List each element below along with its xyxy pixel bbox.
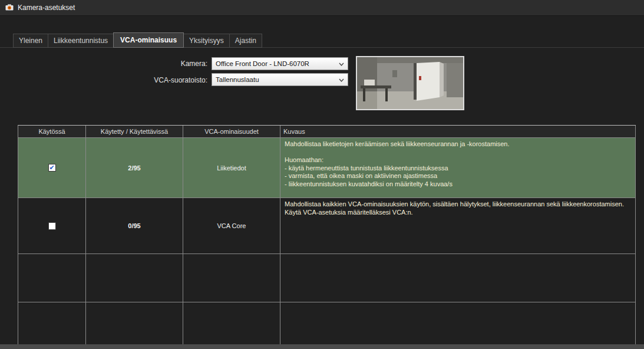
- header-kaytossa: Käytössä: [18, 126, 86, 138]
- header-vca-ominaisuudet: VCA-ominaisuudet: [183, 126, 280, 138]
- tab-ajastin[interactable]: Ajastin: [229, 34, 262, 48]
- liiketiedot-checkbox[interactable]: [48, 164, 56, 172]
- enabled-cell: [18, 198, 86, 254]
- camera-settings-icon: [5, 4, 14, 12]
- table-row-liiketiedot[interactable]: 2/95 Liiketiedot Mahdollistaa liketietoj…: [18, 138, 636, 198]
- camera-select[interactable]: Office Front Door - LND-6070R: [212, 57, 348, 70]
- usage-cell: 2/95: [86, 138, 183, 198]
- titlebar[interactable]: Kamera-asetukset: [0, 0, 644, 16]
- description-cell: Mahdollistaa kaikkien VCA-ominaisuuksien…: [280, 198, 636, 254]
- table-header-row: Käytössä Käytetty / Käytettävissä VCA-om…: [18, 126, 636, 138]
- table-row-empty: [18, 302, 636, 349]
- description-cell: Mahdollistaa liketietojen keräämisen sek…: [280, 138, 636, 198]
- camera-label: Kamera:: [0, 60, 207, 68]
- header-kuvaus: Kuvaus: [280, 126, 636, 138]
- tab-liikkeentunnistus[interactable]: Liikkeentunnistus: [48, 34, 114, 48]
- tab-yleinen[interactable]: Yleinen: [13, 34, 48, 48]
- chevron-down-icon: [339, 76, 344, 83]
- vca-stream-select[interactable]: Tallennuslaatu: [212, 73, 348, 86]
- feature-cell: Liiketiedot: [183, 138, 280, 198]
- usage-cell: 0/95: [86, 198, 183, 254]
- table-row-vca-core[interactable]: 0/95 VCA Core Mahdollistaa kaikkien VCA-…: [18, 198, 636, 254]
- vca-stream-select-value: Tallennuslaatu: [216, 76, 259, 83]
- tab-yksityisyys[interactable]: Yksityisyys: [183, 34, 230, 48]
- vca-core-checkbox[interactable]: [48, 222, 56, 230]
- horizontal-scrollbar[interactable]: [0, 344, 644, 349]
- table-row-empty: [18, 254, 636, 302]
- tab-bar: Yleinen Liikkeentunnistus VCA-ominaisuus…: [13, 33, 262, 48]
- tab-vca-ominaisuus[interactable]: VCA-ominaisuus: [113, 32, 184, 48]
- window-title: Kamera-asetukset: [18, 4, 75, 12]
- vca-stream-label: VCA-suoratoisto:: [0, 76, 207, 84]
- enabled-cell: [18, 138, 86, 198]
- camera-select-value: Office Front Door - LND-6070R: [216, 60, 309, 67]
- camera-preview: [356, 56, 464, 110]
- chevron-down-icon: [339, 60, 344, 67]
- vca-feature-table: Käytössä Käytetty / Käytettävissä VCA-om…: [18, 125, 636, 349]
- feature-cell: VCA Core: [183, 198, 280, 254]
- camera-settings-window: Kamera-asetukset Yleinen Liikkeentunnist…: [0, 0, 644, 349]
- header-kaytetty: Käytetty / Käytettävissä: [86, 126, 183, 138]
